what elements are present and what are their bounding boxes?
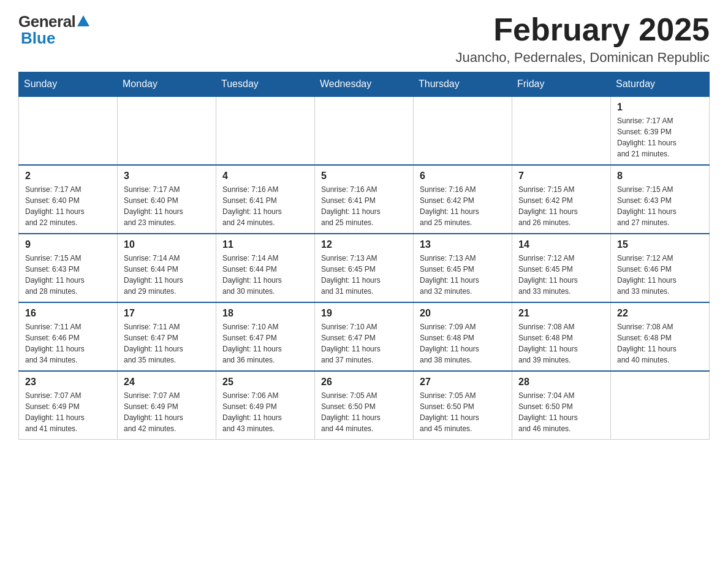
day-number: 18	[222, 308, 308, 319]
calendar-table: SundayMondayTuesdayWednesdayThursdayFrid…	[18, 72, 710, 440]
day-info: Sunrise: 7:06 AM Sunset: 6:49 PM Dayligh…	[222, 390, 308, 434]
day-info: Sunrise: 7:13 AM Sunset: 6:45 PM Dayligh…	[321, 253, 407, 297]
day-cell: 3Sunrise: 7:17 AM Sunset: 6:40 PM Daylig…	[118, 165, 216, 234]
page-header: General Blue February 2025 Juancho, Pede…	[18, 12, 710, 66]
day-number: 9	[25, 239, 111, 250]
day-number: 11	[222, 239, 308, 250]
day-cell: 19Sunrise: 7:10 AM Sunset: 6:47 PM Dayli…	[315, 302, 414, 371]
day-cell: 22Sunrise: 7:08 AM Sunset: 6:48 PM Dayli…	[611, 302, 710, 371]
day-cell	[512, 96, 611, 165]
day-info: Sunrise: 7:12 AM Sunset: 6:46 PM Dayligh…	[617, 253, 703, 297]
day-cell: 7Sunrise: 7:15 AM Sunset: 6:42 PM Daylig…	[512, 165, 611, 234]
month-title: February 2025	[455, 12, 710, 47]
day-info: Sunrise: 7:09 AM Sunset: 6:48 PM Dayligh…	[420, 321, 506, 366]
day-cell: 17Sunrise: 7:11 AM Sunset: 6:47 PM Dayli…	[118, 302, 216, 371]
day-info: Sunrise: 7:05 AM Sunset: 6:50 PM Dayligh…	[420, 390, 506, 434]
day-info: Sunrise: 7:17 AM Sunset: 6:40 PM Dayligh…	[124, 184, 210, 228]
day-info: Sunrise: 7:08 AM Sunset: 6:48 PM Dayligh…	[518, 321, 604, 366]
title-area: February 2025 Juancho, Pedernales, Domin…	[455, 12, 710, 66]
day-info: Sunrise: 7:10 AM Sunset: 6:47 PM Dayligh…	[222, 321, 308, 366]
day-info: Sunrise: 7:11 AM Sunset: 6:46 PM Dayligh…	[25, 321, 111, 366]
day-number: 1	[617, 102, 703, 113]
weekday-header-wednesday: Wednesday	[315, 72, 414, 97]
day-cell	[315, 96, 414, 165]
day-info: Sunrise: 7:13 AM Sunset: 6:45 PM Dayligh…	[420, 253, 506, 297]
day-number: 12	[321, 239, 407, 250]
day-number: 23	[25, 377, 111, 388]
weekday-header-thursday: Thursday	[414, 72, 512, 97]
day-info: Sunrise: 7:15 AM Sunset: 6:42 PM Dayligh…	[518, 184, 604, 228]
logo-blue-text: Blue	[21, 29, 55, 48]
day-number: 17	[124, 308, 210, 319]
day-number: 8	[617, 170, 703, 182]
day-number: 21	[518, 308, 604, 319]
location-title: Juancho, Pedernales, Dominican Republic	[455, 50, 710, 66]
weekday-header-sunday: Sunday	[19, 72, 118, 97]
day-number: 6	[420, 170, 506, 182]
day-cell: 25Sunrise: 7:06 AM Sunset: 6:49 PM Dayli…	[216, 371, 315, 440]
day-info: Sunrise: 7:10 AM Sunset: 6:47 PM Dayligh…	[321, 321, 407, 366]
day-number: 3	[124, 170, 210, 182]
day-info: Sunrise: 7:08 AM Sunset: 6:48 PM Dayligh…	[617, 321, 703, 366]
day-cell: 6Sunrise: 7:16 AM Sunset: 6:42 PM Daylig…	[414, 165, 512, 234]
logo-line2: Blue	[18, 29, 55, 48]
weekday-header-row: SundayMondayTuesdayWednesdayThursdayFrid…	[19, 72, 710, 97]
day-cell: 12Sunrise: 7:13 AM Sunset: 6:45 PM Dayli…	[315, 234, 414, 302]
day-info: Sunrise: 7:11 AM Sunset: 6:47 PM Dayligh…	[124, 321, 210, 366]
day-info: Sunrise: 7:15 AM Sunset: 6:43 PM Dayligh…	[25, 253, 111, 297]
week-row-1: 1Sunrise: 7:17 AM Sunset: 6:39 PM Daylig…	[19, 96, 710, 165]
weekday-header-tuesday: Tuesday	[216, 72, 315, 97]
day-number: 4	[222, 170, 308, 182]
day-cell: 20Sunrise: 7:09 AM Sunset: 6:48 PM Dayli…	[414, 302, 512, 371]
day-number: 16	[25, 308, 111, 319]
day-cell: 5Sunrise: 7:16 AM Sunset: 6:41 PM Daylig…	[315, 165, 414, 234]
day-info: Sunrise: 7:17 AM Sunset: 6:39 PM Dayligh…	[617, 115, 703, 159]
day-info: Sunrise: 7:12 AM Sunset: 6:45 PM Dayligh…	[518, 253, 604, 297]
day-number: 26	[321, 377, 407, 388]
week-row-2: 2Sunrise: 7:17 AM Sunset: 6:40 PM Daylig…	[19, 165, 710, 234]
logo-triangle-icon	[77, 15, 89, 26]
day-number: 13	[420, 239, 506, 250]
day-cell: 8Sunrise: 7:15 AM Sunset: 6:43 PM Daylig…	[611, 165, 710, 234]
day-info: Sunrise: 7:16 AM Sunset: 6:41 PM Dayligh…	[222, 184, 308, 228]
day-cell: 2Sunrise: 7:17 AM Sunset: 6:40 PM Daylig…	[19, 165, 118, 234]
day-cell: 16Sunrise: 7:11 AM Sunset: 6:46 PM Dayli…	[19, 302, 118, 371]
day-info: Sunrise: 7:04 AM Sunset: 6:50 PM Dayligh…	[518, 390, 604, 434]
day-number: 24	[124, 377, 210, 388]
day-info: Sunrise: 7:14 AM Sunset: 6:44 PM Dayligh…	[222, 253, 308, 297]
day-cell	[19, 96, 118, 165]
day-number: 2	[25, 170, 111, 182]
day-cell	[216, 96, 315, 165]
day-number: 28	[518, 377, 604, 388]
day-cell: 10Sunrise: 7:14 AM Sunset: 6:44 PM Dayli…	[118, 234, 216, 302]
day-number: 10	[124, 239, 210, 250]
weekday-header-saturday: Saturday	[611, 72, 710, 97]
day-cell: 23Sunrise: 7:07 AM Sunset: 6:49 PM Dayli…	[19, 371, 118, 440]
day-cell: 18Sunrise: 7:10 AM Sunset: 6:47 PM Dayli…	[216, 302, 315, 371]
day-number: 27	[420, 377, 506, 388]
day-cell: 21Sunrise: 7:08 AM Sunset: 6:48 PM Dayli…	[512, 302, 611, 371]
day-cell: 26Sunrise: 7:05 AM Sunset: 6:50 PM Dayli…	[315, 371, 414, 440]
day-info: Sunrise: 7:17 AM Sunset: 6:40 PM Dayligh…	[25, 184, 111, 228]
day-cell	[118, 96, 216, 165]
day-info: Sunrise: 7:15 AM Sunset: 6:43 PM Dayligh…	[617, 184, 703, 228]
day-info: Sunrise: 7:07 AM Sunset: 6:49 PM Dayligh…	[124, 390, 210, 434]
day-cell: 27Sunrise: 7:05 AM Sunset: 6:50 PM Dayli…	[414, 371, 512, 440]
day-number: 25	[222, 377, 308, 388]
day-number: 20	[420, 308, 506, 319]
day-cell	[414, 96, 512, 165]
day-cell: 13Sunrise: 7:13 AM Sunset: 6:45 PM Dayli…	[414, 234, 512, 302]
day-number: 19	[321, 308, 407, 319]
week-row-4: 16Sunrise: 7:11 AM Sunset: 6:46 PM Dayli…	[19, 302, 710, 371]
day-cell: 11Sunrise: 7:14 AM Sunset: 6:44 PM Dayli…	[216, 234, 315, 302]
day-info: Sunrise: 7:05 AM Sunset: 6:50 PM Dayligh…	[321, 390, 407, 434]
day-cell: 28Sunrise: 7:04 AM Sunset: 6:50 PM Dayli…	[512, 371, 611, 440]
day-cell: 14Sunrise: 7:12 AM Sunset: 6:45 PM Dayli…	[512, 234, 611, 302]
day-cell: 15Sunrise: 7:12 AM Sunset: 6:46 PM Dayli…	[611, 234, 710, 302]
weekday-header-friday: Friday	[512, 72, 611, 97]
day-info: Sunrise: 7:14 AM Sunset: 6:44 PM Dayligh…	[124, 253, 210, 297]
day-number: 15	[617, 239, 703, 250]
day-cell	[611, 371, 710, 440]
day-cell: 4Sunrise: 7:16 AM Sunset: 6:41 PM Daylig…	[216, 165, 315, 234]
day-number: 22	[617, 308, 703, 319]
